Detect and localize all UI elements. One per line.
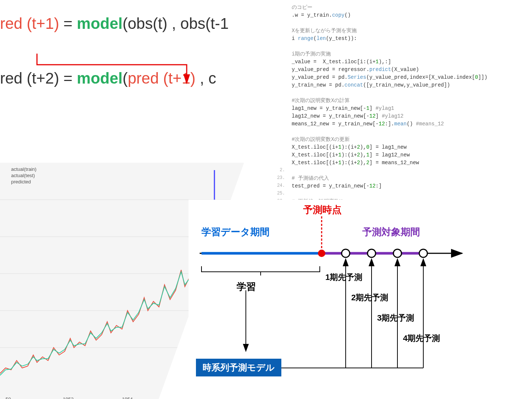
model-kw-1: model xyxy=(77,15,123,32)
pred-t1: red (t+1) xyxy=(0,15,59,32)
svg-point-9 xyxy=(318,250,325,257)
svg-point-13 xyxy=(419,249,427,257)
formula-line-1: red (t+1) = model(obs(t) , obs(t-1 xyxy=(0,15,259,33)
recursive-arrow xyxy=(33,54,192,89)
label-step4: 4期先予測 xyxy=(403,333,440,344)
timeline-diagram: 予測時点 学習データ期間 予測対象期間 学習 1期先予測 xyxy=(189,200,532,399)
label-learn: 学習 xyxy=(237,280,256,293)
svg-point-10 xyxy=(342,249,350,257)
model-box: 時系列予測モデル xyxy=(196,359,281,376)
label-step1: 1期先予測 xyxy=(325,272,362,283)
svg-point-12 xyxy=(393,249,401,257)
label-step2: 2期先予測 xyxy=(351,292,388,303)
code-block: のコピー .w = y_train.copy() Xを更新しながら予測を実施 i… xyxy=(270,0,532,213)
svg-point-11 xyxy=(367,249,376,257)
formula-area: red (t+1) = model(obs(t) , obs(t-1 red (… xyxy=(0,15,259,87)
label-step3: 3期先予測 xyxy=(377,312,414,324)
